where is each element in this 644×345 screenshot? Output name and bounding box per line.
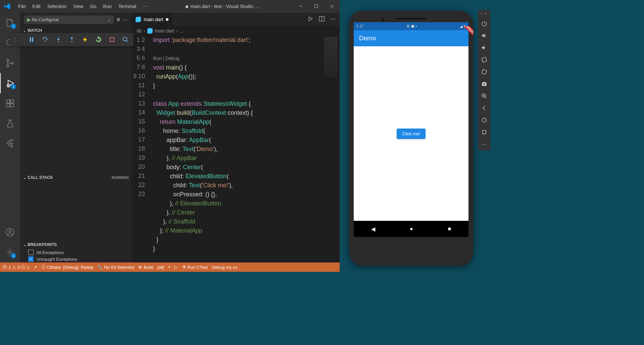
debug-toolbar[interactable]: ⋮⋮ [10, 33, 134, 46]
svg-rect-21 [110, 38, 114, 42]
status-debug-config[interactable]: Debug my co [212, 265, 238, 270]
menu-overflow-icon[interactable]: ⋯ [140, 4, 151, 9]
breakpoint-uncaught-exceptions[interactable]: ✓ Uncaught Exceptions [20, 256, 132, 262]
minimize-button[interactable] [293, 0, 309, 13]
breakpoint-all-exceptions[interactable]: All Exceptions [20, 249, 132, 256]
status-run-ctest[interactable]: ⚗ Run CTest [182, 265, 208, 270]
svg-rect-24 [482, 69, 487, 75]
activity-bar: 1 1 [0, 13, 20, 262]
svg-point-13 [9, 251, 11, 254]
svg-rect-16 [30, 37, 31, 42]
home-button[interactable]: ● [410, 226, 413, 232]
svg-point-22 [123, 37, 127, 41]
menu-selection[interactable]: Selection [44, 4, 70, 9]
zoom-icon[interactable] [480, 91, 489, 101]
more-options-icon[interactable]: ⋯ [480, 140, 489, 149]
callstack-section[interactable]: ⌄CALL STACKRUNNING [20, 173, 132, 182]
close-button[interactable] [324, 0, 340, 13]
checkbox-unchecked[interactable] [28, 250, 34, 255]
gear-icon[interactable]: ⚙ [116, 17, 120, 22]
code-content[interactable]: import 'package:flutter/material.dart'; … [150, 36, 340, 262]
maximize-button[interactable] [309, 0, 324, 13]
back-button[interactable]: ◀ [371, 226, 375, 232]
testing-icon[interactable] [0, 113, 20, 134]
run-config-row: ▶ No Configurat ⌄ ⚙ ⋯ [20, 13, 132, 26]
split-editor-icon[interactable] [319, 16, 325, 23]
play-icon: ▶ [27, 17, 31, 22]
svg-point-20 [71, 41, 72, 42]
status-errors[interactable]: ⓧ 1 ⚠ 0 ⓘ 1 [3, 264, 30, 270]
svg-rect-23 [482, 57, 487, 62]
minimize-icon[interactable]: – [480, 11, 484, 15]
title-bar: File Edit Selection View Go Run Terminal… [0, 0, 340, 13]
status-debug-icon[interactable]: ⌖ [168, 264, 170, 270]
debug-restart-button[interactable] [92, 34, 105, 45]
volume-up-icon[interactable] [480, 31, 489, 40]
accounts-icon[interactable] [0, 222, 20, 242]
menu-terminal[interactable]: Terminal [115, 4, 140, 9]
debug-hot-reload-button[interactable] [79, 34, 92, 45]
status-send-icon[interactable]: ↗ [34, 265, 37, 270]
status-target[interactable]: [all] [157, 265, 164, 270]
debug-step-over-button[interactable] [38, 34, 52, 45]
code-editor[interactable]: 1 2 3 4 5 6 7 8 9 10 11 12 13 14 15 16 1… [132, 36, 340, 262]
flutter-icon[interactable] [0, 134, 20, 154]
menu-edit[interactable]: Edit [29, 4, 44, 9]
debug-banner: DEBUG [453, 26, 468, 46]
rotate-right-icon[interactable] [480, 67, 489, 77]
settings-icon[interactable]: 1 [0, 242, 20, 262]
status-nokit[interactable]: 🔧 No Kit Selected [97, 265, 134, 270]
checkbox-checked[interactable]: ✓ [28, 256, 34, 262]
source-control-icon[interactable] [0, 53, 20, 73]
run-file-icon[interactable] [307, 16, 313, 23]
nav-back-icon[interactable] [480, 103, 489, 113]
nav-home-icon[interactable] [480, 115, 489, 125]
android-nav-bar: ◀ ● ■ [354, 221, 468, 237]
debug-stop-button[interactable] [105, 34, 119, 45]
svg-rect-10 [10, 100, 13, 103]
svg-rect-30 [483, 131, 486, 134]
more-icon[interactable]: ⋯ [123, 17, 128, 22]
debug-step-into-button[interactable] [52, 34, 65, 45]
debug-pause-button[interactable] [25, 34, 38, 45]
status-build[interactable]: ⚙ Build [138, 265, 153, 270]
menu-view[interactable]: View [70, 4, 87, 9]
status-cmake[interactable]: ⓘ CMake: [Debug]: Ready [41, 264, 94, 270]
svg-rect-27 [483, 82, 485, 83]
minimap[interactable] [323, 36, 340, 262]
debug-step-out-button[interactable] [65, 34, 79, 45]
editor-group: main.dart ⋯ lib› main.dart› ... 1 2 3 4 … [132, 13, 340, 262]
svg-point-18 [44, 41, 45, 42]
more-actions-icon[interactable]: ⋯ [330, 16, 336, 23]
camera-icon[interactable] [480, 79, 489, 89]
vscode-logo-icon [0, 3, 15, 10]
run-debug-icon[interactable]: 1 [0, 73, 20, 93]
settings-icon: ⚙ [406, 24, 410, 29]
power-icon[interactable] [480, 19, 489, 28]
tab-main-dart[interactable]: main.dart [132, 13, 172, 26]
status-play-icon[interactable]: ▷ [175, 265, 178, 270]
nav-overview-icon[interactable] [480, 128, 489, 137]
svg-rect-0 [299, 6, 302, 6]
svg-rect-17 [32, 37, 33, 42]
codelens-run-debug[interactable]: Run | Debug [153, 56, 179, 61]
rotate-left-icon[interactable] [480, 55, 489, 64]
debug-grip-icon[interactable]: ⋮⋮ [11, 34, 25, 45]
recent-button[interactable]: ■ [448, 226, 451, 232]
breakpoints-section[interactable]: ⌄BREAKPOINTS [20, 240, 132, 249]
dart-file-icon [147, 28, 153, 34]
menu-go[interactable]: Go [87, 4, 100, 9]
window-title: main.dart - test - Visual Studio ... [151, 4, 293, 9]
svg-point-4 [7, 65, 9, 67]
menu-file[interactable]: File [15, 4, 29, 9]
menu-run[interactable]: Run [100, 4, 115, 9]
close-icon[interactable]: × [485, 11, 488, 15]
explorer-icon[interactable]: 1 [0, 13, 20, 33]
volume-down-icon[interactable] [480, 43, 489, 52]
click-me-button[interactable]: Click me! [397, 129, 425, 139]
extensions-icon[interactable] [0, 93, 20, 113]
breadcrumbs[interactable]: lib› main.dart› ... [132, 26, 340, 36]
android-status-bar: 1:17 ⚙⬣▪ ◢▮ [354, 22, 468, 30]
debug-inspector-button[interactable] [119, 34, 132, 45]
config-select[interactable]: ▶ No Configurat ⌄ [24, 15, 114, 24]
